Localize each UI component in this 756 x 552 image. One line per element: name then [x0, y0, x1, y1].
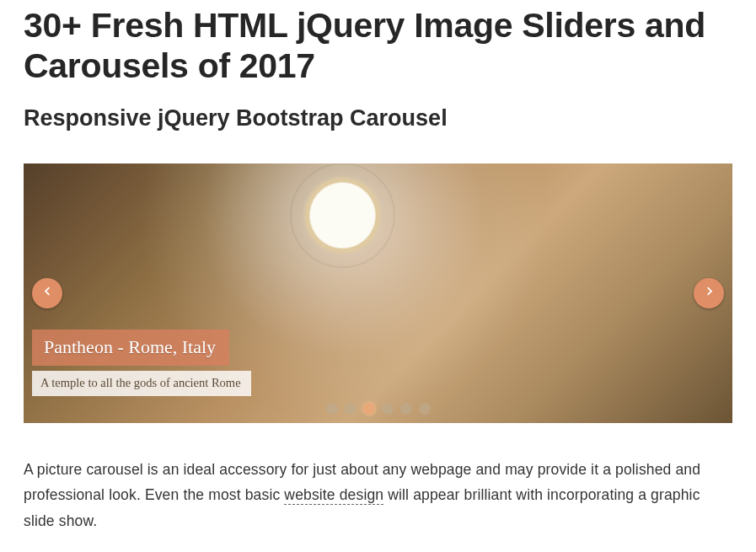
carousel-dot[interactable]	[400, 403, 412, 415]
carousel-dot[interactable]	[419, 403, 431, 415]
carousel-caption-title: Pantheon - Rome, Italy	[32, 330, 229, 366]
arrow-right-icon	[703, 285, 716, 301]
page-title: 30+ Fresh HTML jQuery Image Sliders and …	[24, 5, 732, 87]
carousel: Pantheon - Rome, Italy A temple to all t…	[24, 163, 732, 423]
carousel-next-button[interactable]	[694, 278, 724, 308]
carousel-prev-button[interactable]	[32, 278, 62, 308]
website-design-link[interactable]: website design	[284, 486, 383, 505]
carousel-dot[interactable]	[382, 403, 394, 415]
carousel-caption: Pantheon - Rome, Italy A temple to all t…	[32, 330, 251, 396]
subtitle: Responsive jQuery Bootstrap Carousel	[24, 105, 732, 131]
carousel-caption-subtitle: A temple to all the gods of ancient Rome	[32, 371, 251, 396]
intro-paragraph: A picture carousel is an ideal accessory…	[24, 457, 732, 534]
carousel-dot[interactable]	[363, 403, 375, 415]
carousel-dot[interactable]	[345, 403, 357, 415]
carousel-dot[interactable]	[326, 403, 338, 415]
arrow-left-icon	[41, 285, 54, 301]
carousel-pagination	[24, 403, 732, 415]
